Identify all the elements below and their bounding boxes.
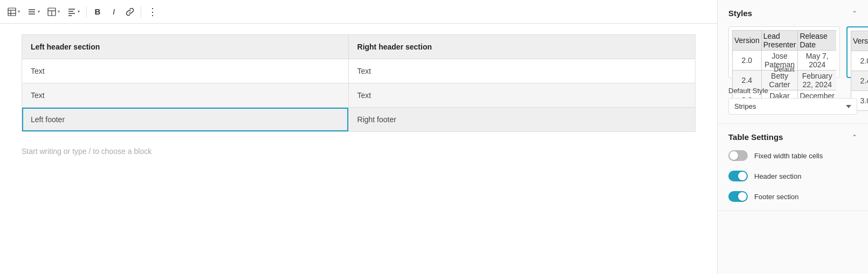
header-section-setting: Header section [728, 171, 857, 181]
chevron-icon: ▾ [58, 9, 60, 14]
chevron-icon: ▾ [78, 9, 80, 14]
toolbar: ▾ ▾ ▾ [0, 0, 717, 24]
align-rows-icon [27, 8, 36, 16]
header-row: Left header section Right header section [22, 35, 695, 59]
default-style-select[interactable]: Stripes Default [728, 98, 857, 115]
toggle-thumb [738, 192, 747, 201]
collapse-icon[interactable]: ⌃ [852, 10, 857, 17]
align-rows-button[interactable]: ▾ [24, 4, 43, 19]
link-button[interactable] [122, 4, 137, 19]
bold-button[interactable]: B [90, 4, 105, 19]
table-settings-section: Table Settings ⌃ Fixed width table cells… [718, 124, 868, 211]
editor-table: Left header section Right header section… [22, 35, 695, 131]
separator [141, 6, 141, 17]
style-preview-stripes: VersionLead PresenterRelease Date 2.0Jos… [851, 31, 868, 63]
body-cell[interactable]: Text [348, 83, 695, 108]
italic-button[interactable]: I [106, 4, 121, 19]
header-section-label: Header section [754, 172, 801, 180]
table-row: Text Text [22, 83, 695, 108]
table-layout-icon [47, 8, 56, 16]
toggle-thumb [738, 172, 747, 180]
chevron-icon: ▾ [18, 9, 20, 14]
header-cell-left[interactable]: Left header section [22, 35, 348, 59]
body-cell[interactable]: Text [348, 59, 695, 83]
table-wrapper: Left header section Right header section… [22, 34, 695, 132]
styles-section-header: Styles ⌃ [728, 9, 857, 18]
right-panel: Styles ⌃ VersionLead PresenterRelease Da… [717, 0, 868, 274]
align-content-button[interactable]: ▾ [64, 4, 83, 19]
header-cell-right[interactable]: Right header section [348, 35, 695, 59]
footer-section-setting: Footer section [728, 191, 857, 202]
toggle-track [728, 150, 748, 161]
content-area: Left header section Right header section… [0, 24, 717, 274]
toggle-track [728, 171, 748, 181]
footer-cell-right[interactable]: Right footer [348, 108, 695, 132]
table-icon [8, 8, 16, 16]
fixed-width-toggle[interactable] [728, 150, 748, 161]
separator [86, 6, 87, 17]
table-layout-button[interactable]: ▾ [44, 4, 63, 19]
table-row: Text Text [22, 59, 695, 83]
table-settings-title: Table Settings [728, 132, 783, 142]
align-content-icon [67, 8, 76, 16]
styles-title: Styles [728, 9, 752, 18]
footer-cell-left[interactable]: Left footer [22, 108, 348, 132]
styles-section: Styles ⌃ VersionLead PresenterRelease Da… [718, 0, 868, 124]
footer-section-label: Footer section [754, 193, 798, 201]
footer-section-toggle[interactable] [728, 191, 748, 202]
table-settings-header: Table Settings ⌃ [728, 132, 857, 142]
fixed-width-setting: Fixed width table cells [728, 150, 857, 161]
style-cards: VersionLead PresenterRelease Date 2.0Jos… [728, 26, 857, 78]
toggle-thumb [729, 151, 738, 160]
body-cell[interactable]: Text [22, 83, 348, 108]
collapse-icon[interactable]: ⌃ [852, 134, 857, 141]
placeholder-text: Start writing or type / to choose a bloc… [22, 143, 695, 160]
body-cell[interactable]: Text [22, 59, 348, 83]
fixed-width-label: Fixed width table cells [754, 152, 823, 160]
table-type-button[interactable]: ▾ [4, 4, 23, 19]
chevron-icon: ▾ [38, 9, 40, 14]
style-card-stripes[interactable]: VersionLead PresenterRelease Date 2.0Jos… [846, 26, 868, 78]
svg-rect-0 [8, 8, 16, 16]
style-card-label: Stripes [851, 66, 868, 74]
toggle-track [728, 191, 748, 202]
footer-row: Left footer Right footer [22, 108, 695, 132]
link-icon [126, 8, 134, 16]
header-section-toggle[interactable] [728, 171, 748, 181]
style-card-default[interactable]: VersionLead PresenterRelease Date 2.0Jos… [728, 26, 840, 78]
style-preview-default: VersionLead PresenterRelease Date 2.0Jos… [732, 30, 836, 62]
editor-area: ▾ ▾ ▾ [0, 0, 717, 274]
more-options-button[interactable]: ⋮ [144, 4, 161, 19]
